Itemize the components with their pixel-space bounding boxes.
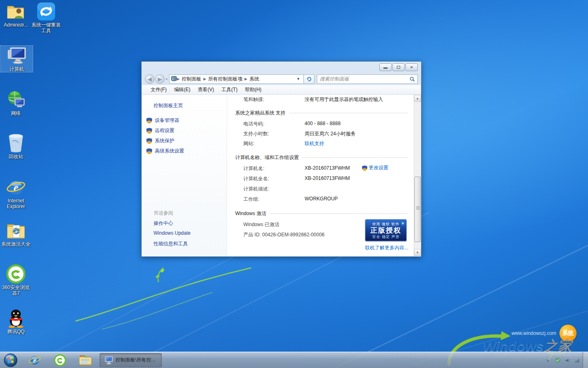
back-button[interactable]: ◀ [145,74,154,84]
phone-label: 电话号码: [243,121,264,128]
start-button[interactable] [2,353,19,368]
vertical-scrollbar[interactable]: ▲ ▼ [414,95,421,256]
search-box [317,74,418,84]
desktop-icon-network[interactable]: 网络 [0,90,32,116]
search-input[interactable] [320,76,410,82]
learn-more-online-link[interactable]: 联机了解更多内容... [365,245,408,251]
sidebar-item-action-center[interactable]: 操作中心 [154,220,173,227]
desktop-icon-recycle-bin[interactable]: 回收站 [0,133,32,159]
taskbar-360-browser-button[interactable] [52,353,68,367]
sidebar-item-performance-tools[interactable]: 性能信息和工具 [154,240,188,247]
breadcrumb-separator-icon: ▶ [177,77,180,81]
active-task-label: 控制面板\所有控... [116,357,155,364]
recent-pages-chevron-icon[interactable]: ▾ [166,77,167,81]
menu-file[interactable]: 文件(F) [147,85,170,94]
refresh-button[interactable] [304,74,314,84]
description-label: 计算机描述: [243,186,269,193]
address-bar: ◀ ▶ ▾ ▶ 控制面板 ▶ 所有控制面板项 ▶ 系统 ▼ [142,73,421,85]
minimize-button[interactable]: ▬ [379,63,392,71]
star-icon: ✶ [401,220,405,227]
desktop-icon-administrator[interactable]: Administr... [0,2,32,28]
desktop-icon-360-browser[interactable]: 360安全浏览器7 [0,264,32,296]
tray-expand-icon[interactable]: ▲ [545,357,551,364]
desktop-icon-activation-folder[interactable]: e 系统激活大全 [0,221,32,247]
hours-label: 支持小时数: [243,130,269,137]
online-support-link[interactable]: 联机支持 [305,140,324,147]
system-tray: ▲ [545,352,581,368]
change-settings-link[interactable]: 更改设置 [362,164,388,171]
sidebar-item-control-panel-home[interactable]: 控制面板主页 [154,102,183,109]
show-desktop-button[interactable] [583,352,588,368]
recycle-bin-icon [6,133,26,153]
breadcrumb-dropdown-icon[interactable]: ▼ [295,77,302,81]
desktop-icon-qq[interactable]: 腾讯QQ [0,308,32,334]
menu-view[interactable]: 查看(V) [194,85,218,94]
uac-shield-icon [146,138,152,144]
scroll-up-arrow[interactable]: ▲ [414,95,421,102]
pen-touch-label: 笔和触摸: [243,96,264,103]
see-also-header: 另请参阅 [154,210,173,217]
breadcrumb-item-all-items[interactable]: 所有控制面板项 [206,76,245,83]
forward-button[interactable]: ▶ [155,74,165,84]
user-folder-icon [6,2,26,21]
desktop-icon-label: 系统激活大全 [0,241,32,247]
refresh-icon [306,76,312,82]
scrollbar-thumb[interactable] [414,177,421,242]
taskbar-internet-explorer-button[interactable]: e [27,353,42,367]
desktop-icon-reinstall-tool[interactable]: 系统一键重装工具 [30,2,62,34]
taskbar-explorer-button[interactable] [78,353,93,367]
menu-tools[interactable]: 工具(T) [218,85,241,94]
windows-orb-icon [4,353,18,367]
genuine-microsoft-badge[interactable]: ✶ 使用 微软 软件 正版授权 安全 稳定 声誉 [365,219,407,241]
desktop-icon-label: Administr... [0,22,32,28]
full-name-label: 计算机全名: [243,175,269,182]
sidebar-item-remote-settings[interactable]: 远程设置 [146,127,174,134]
window-caption-buttons: ▬ ✕ [379,63,418,71]
maximize-button[interactable] [392,63,405,71]
activation-section-header: Windows 激活 [235,210,408,217]
desktop: Administr... 系统一键重装工具 计算机 网络 回收站 e Inter… [0,0,588,368]
hours-value: 周日至周六 24小时服务 [305,130,356,137]
computer-icon [103,356,113,365]
workgroup-value: WORKGROUP [305,196,338,202]
tray-security-check-icon[interactable] [555,357,561,364]
sidebar-item-advanced-settings[interactable]: 高级系统设置 [146,148,184,155]
window-body: 控制面板主页 设备管理器 远程设置 系统保护 高级系统设置 另请参阅 [142,95,421,256]
system-info-content: 笔和触摸: 没有可用于此显示器的笔或触控输入 系统之家精品系统 支持 电话号码:… [227,95,414,256]
reinstall-tool-icon [36,2,56,21]
uac-shield-icon [362,165,368,171]
breadcrumb-separator-icon[interactable]: ▶ [245,77,247,81]
tray-network-icon[interactable] [574,357,581,364]
uac-shield-icon [146,128,152,134]
menu-edit[interactable]: 编辑(E) [170,85,194,94]
network-icon [6,90,26,110]
close-button[interactable]: ✕ [405,63,418,71]
taskbar-active-task-control-panel[interactable]: 控制面板\所有控... [100,353,162,367]
internet-explorer-icon: e [6,177,26,197]
sidebar-item-system-protection[interactable]: 系统保护 [146,137,174,144]
360-browser-icon [54,354,66,366]
desktop-icon-label: 计算机 [1,66,33,72]
desktop-icon-label: 回收站 [0,154,32,159]
uac-shield-icon [146,148,152,154]
sidebar: 控制面板主页 设备管理器 远程设置 系统保护 高级系统设置 另请参阅 [142,95,227,256]
watermark-url: www.windowszj.com [512,330,556,336]
menu-help[interactable]: 帮助(H) [241,85,265,94]
breadcrumb-separator-icon[interactable]: ▶ [203,77,206,81]
desktop-icon-label: 腾讯QQ [0,329,32,334]
sidebar-item-windows-update[interactable]: Windows Update [154,230,191,236]
menu-bar: 文件(F) 编辑(E) 查看(V) 工具(T) 帮助(H) [142,85,421,95]
internet-explorer-icon: e [29,354,41,366]
computer-icon [7,46,27,65]
desktop-icon-internet-explorer[interactable]: e Internet Explorer [0,177,32,209]
scroll-down-arrow[interactable]: ▼ [414,249,421,256]
sidebar-item-device-manager[interactable]: 设备管理器 [146,117,179,124]
computer-name-section-header: 计算机名称、域和工作组设置 [235,154,408,161]
search-icon[interactable] [410,76,415,82]
tray-volume-icon[interactable] [564,357,571,364]
breadcrumb[interactable]: ▶ 控制面板 ▶ 所有控制面板项 ▶ 系统 ▼ [169,74,304,84]
system-control-panel-window: ▬ ✕ ◀ ▶ ▾ ▶ 控制面板 ▶ 所有控制面板项 ▶ 系统 ▼ [141,61,421,257]
desktop-icon-computer[interactable]: 计算机 [1,46,33,72]
breadcrumb-item-control-panel[interactable]: 控制面板 [180,76,203,83]
breadcrumb-item-system[interactable]: 系统 [247,76,261,83]
